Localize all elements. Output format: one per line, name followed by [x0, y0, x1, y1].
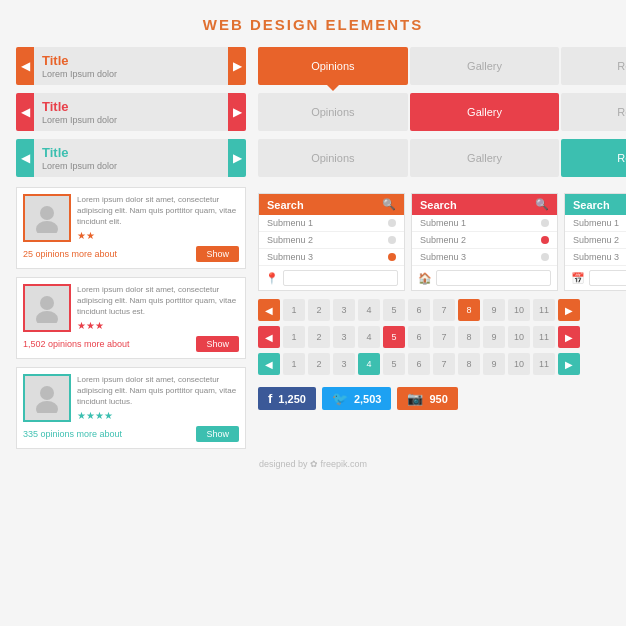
submenu-2-3[interactable]: Submenu 3 [412, 249, 557, 266]
page-3-1[interactable]: 1 [283, 353, 305, 375]
page-2-8[interactable]: 8 [458, 326, 480, 348]
opinion-card-1: Lorem ipsum dolor sit amet, consectetur … [16, 187, 246, 269]
page-2-6[interactable]: 6 [408, 326, 430, 348]
tab-gallery-2[interactable]: Gallery [410, 93, 560, 131]
submenu-2-1[interactable]: Submenu 1 [412, 215, 557, 232]
page-2-2[interactable]: 2 [308, 326, 330, 348]
slider-right-arrow-2[interactable]: ▶ [228, 93, 246, 131]
show-btn-3[interactable]: Show [196, 426, 239, 442]
tab-opinions-1[interactable]: Opinions [258, 47, 408, 85]
svg-point-2 [40, 296, 54, 310]
facebook-count: 1,250 [278, 393, 306, 405]
page-1-6[interactable]: 6 [408, 299, 430, 321]
submenu-1-3[interactable]: Submenu 3 [259, 249, 404, 266]
instagram-count: 950 [429, 393, 447, 405]
page-1-8[interactable]: 8 [458, 299, 480, 321]
opinion-section: Lorem ipsum dolor sit amet, consectetur … [16, 187, 246, 449]
page-1-4[interactable]: 4 [358, 299, 380, 321]
twitter-icon: 🐦 [332, 391, 348, 406]
slider-title-2: Title [42, 99, 220, 114]
location-icon-1: 📍 [265, 272, 279, 285]
page-1-11[interactable]: 11 [533, 299, 555, 321]
facebook-button[interactable]: f 1,250 [258, 387, 316, 410]
page-3-3[interactable]: 3 [333, 353, 355, 375]
page-1-1[interactable]: 1 [283, 299, 305, 321]
stars-1: ★★ [77, 230, 239, 241]
opinion-card-3: Lorem ipsum dolor sit amet, consectetur … [16, 367, 246, 449]
page-1-3[interactable]: 3 [333, 299, 355, 321]
page-2-7[interactable]: 7 [433, 326, 455, 348]
slider-subtitle-1: Lorem Ipsum dolor [42, 69, 220, 79]
page-3-9[interactable]: 9 [483, 353, 505, 375]
submenu-dot-2-2 [541, 236, 549, 244]
tab-opinions-2[interactable]: Opinions [258, 93, 408, 131]
slider-right-arrow-1[interactable]: ▶ [228, 47, 246, 85]
page-2-3[interactable]: 3 [333, 326, 355, 348]
page-1-9[interactable]: 9 [483, 299, 505, 321]
search-widget-1: Search 🔍 Submenu 1 Submenu 2 Submenu 3 📍 [258, 193, 405, 291]
twitter-count: 2,503 [354, 393, 382, 405]
tab-related-2[interactable]: Related [561, 93, 626, 131]
slider-left-arrow-1[interactable]: ◀ [16, 47, 34, 85]
tab-related-3[interactable]: Related [561, 139, 626, 177]
page-2-9[interactable]: 9 [483, 326, 505, 348]
twitter-button[interactable]: 🐦 2,503 [322, 387, 392, 410]
opinion-text-3: Lorem ipsum dolor sit amet, consectetur … [77, 374, 239, 408]
page-next-1[interactable]: ▶ [558, 299, 580, 321]
search-header-3: Search 🔍 [565, 194, 626, 215]
calendar-icon-3: 📅 [571, 272, 585, 285]
page-2-5[interactable]: 5 [383, 326, 405, 348]
pagination-row-2: ◀ 1 2 3 4 5 6 7 8 9 10 11 ▶ [258, 326, 626, 348]
submenu-3-1[interactable]: Submenu 1 [565, 215, 626, 232]
tab-gallery-3[interactable]: Gallery [410, 139, 560, 177]
page-3-7[interactable]: 7 [433, 353, 455, 375]
page-3-6[interactable]: 6 [408, 353, 430, 375]
page-prev-1[interactable]: ◀ [258, 299, 280, 321]
show-btn-1[interactable]: Show [196, 246, 239, 262]
page-2-4[interactable]: 4 [358, 326, 380, 348]
slider-right-arrow-3[interactable]: ▶ [228, 139, 246, 177]
page-2-1[interactable]: 1 [283, 326, 305, 348]
submenu-1-2[interactable]: Submenu 2 [259, 232, 404, 249]
page-3-8[interactable]: 8 [458, 353, 480, 375]
svg-point-0 [40, 206, 54, 220]
submenu-3-3[interactable]: Submenu 3 [565, 249, 626, 266]
page-prev-3[interactable]: ◀ [258, 353, 280, 375]
tab-opinions-3[interactable]: Opinions [258, 139, 408, 177]
search-input-mini-3[interactable] [589, 270, 626, 286]
page-1-5[interactable]: 5 [383, 299, 405, 321]
tab-gallery-1[interactable]: Gallery [410, 47, 560, 85]
page-next-3[interactable]: ▶ [558, 353, 580, 375]
page-next-2[interactable]: ▶ [558, 326, 580, 348]
submenu-3-2[interactable]: Submenu 2 [565, 232, 626, 249]
submenu-dot-2-1 [541, 219, 549, 227]
page-3-11[interactable]: 11 [533, 353, 555, 375]
search-input-mini-2[interactable] [436, 270, 551, 286]
page-1-2[interactable]: 2 [308, 299, 330, 321]
page-3-4[interactable]: 4 [358, 353, 380, 375]
page-2-11[interactable]: 11 [533, 326, 555, 348]
instagram-button[interactable]: 📷 950 [397, 387, 457, 410]
opinion-count-2: 1,502 opinions more about [23, 339, 130, 349]
page-prev-2[interactable]: ◀ [258, 326, 280, 348]
submenu-1-1[interactable]: Submenu 1 [259, 215, 404, 232]
page-3-2[interactable]: 2 [308, 353, 330, 375]
page-2-10[interactable]: 10 [508, 326, 530, 348]
page-3-5[interactable]: 5 [383, 353, 405, 375]
footer-credit: designed by ✿ freepik.com [16, 459, 610, 469]
submenu-2-2[interactable]: Submenu 2 [412, 232, 557, 249]
search-label-1: Search [267, 199, 304, 211]
tab-related-1[interactable]: Related [561, 47, 626, 85]
page-3-10[interactable]: 10 [508, 353, 530, 375]
slider-bar-2: ◀ Title Lorem Ipsum dolor ▶ [16, 93, 246, 131]
slider-left-arrow-2[interactable]: ◀ [16, 93, 34, 131]
right-section: Opinions Gallery Related Opinions Galler… [258, 47, 626, 449]
slider-left-arrow-3[interactable]: ◀ [16, 139, 34, 177]
submenu-dot-1-1 [388, 219, 396, 227]
opinion-text-2: Lorem ipsum dolor sit amet, consectetur … [77, 284, 239, 318]
show-btn-2[interactable]: Show [196, 336, 239, 352]
page-1-10[interactable]: 10 [508, 299, 530, 321]
search-input-mini-1[interactable] [283, 270, 398, 286]
page-1-7[interactable]: 7 [433, 299, 455, 321]
slider-subtitle-2: Lorem Ipsum dolor [42, 115, 220, 125]
